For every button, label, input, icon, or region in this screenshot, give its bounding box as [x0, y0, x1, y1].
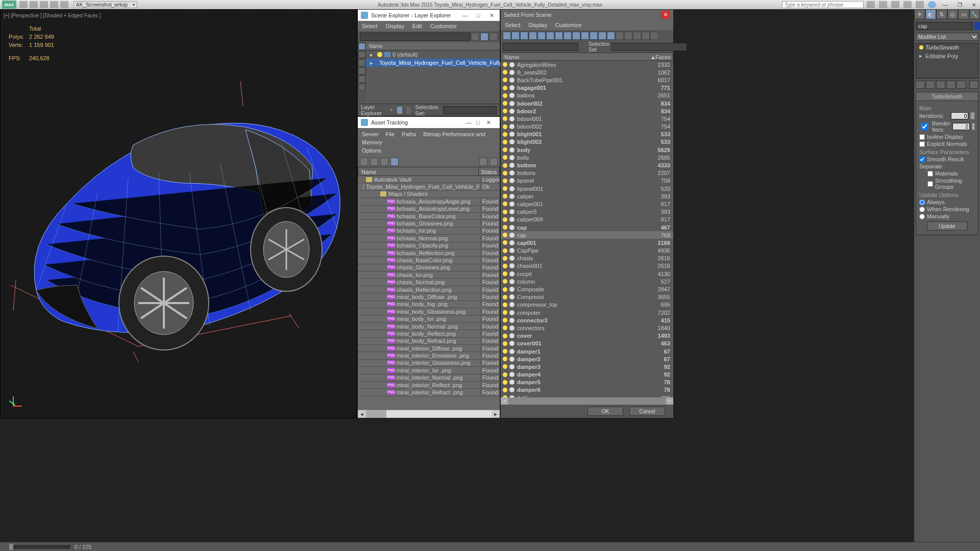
scene-object-row[interactable]: damper392	[501, 363, 673, 370]
create-tab-icon[interactable]: ✢	[914, 9, 925, 19]
bulb-icon[interactable]	[503, 372, 507, 377]
menu-item[interactable]: Select	[362, 23, 378, 29]
asset-row[interactable]: PNGbchasis_AnisotropyAngle.pngFound	[358, 198, 500, 205]
scroll-left-icon[interactable]: ◄	[358, 410, 366, 418]
scene-object-row[interactable]: det1291	[501, 394, 673, 397]
bulb-icon[interactable]	[503, 279, 507, 284]
help-search-input[interactable]	[782, 1, 864, 8]
window-maximize[interactable]: □	[473, 12, 483, 18]
filter-icon[interactable]	[546, 32, 554, 40]
filter-icon[interactable]	[564, 32, 572, 40]
filter-icon[interactable]	[650, 32, 658, 40]
scroll-right-icon[interactable]: ►	[666, 397, 673, 405]
filter-icon[interactable]	[572, 32, 580, 40]
scene-object-row[interactable]: computer7202	[501, 309, 673, 316]
explicit-normals-checkbox[interactable]	[919, 141, 925, 147]
modifier-item[interactable]: TurboSmooth	[925, 44, 959, 51]
smoothing-groups-checkbox[interactable]	[927, 181, 933, 187]
menu-item[interactable]: Display	[529, 22, 547, 28]
bulb-icon[interactable]	[503, 271, 507, 276]
window-minimize[interactable]: —	[466, 119, 476, 126]
bulb-icon[interactable]	[919, 45, 923, 49]
toolbar-icon[interactable]	[891, 1, 899, 8]
filter-icon[interactable]	[633, 32, 641, 40]
ok-button[interactable]: OK	[587, 407, 623, 416]
refresh-icon[interactable]	[360, 158, 368, 166]
window-restore[interactable]: ❐	[953, 1, 966, 8]
bulb-icon[interactable]	[503, 132, 507, 137]
scene-object-row[interactable]: cap467	[501, 223, 673, 231]
menu-item[interactable]: Display	[386, 23, 404, 29]
update-rendering-radio[interactable]	[919, 207, 925, 212]
asset-row[interactable]: PNGmirai_interior_Glossiness.pngFound	[358, 360, 500, 367]
help-icon[interactable]	[928, 1, 936, 8]
display-all-icon[interactable]	[358, 43, 365, 50]
display-geometry-icon[interactable]	[358, 51, 365, 58]
bulb-icon[interactable]	[503, 303, 507, 307]
bulb-icon[interactable]	[503, 93, 507, 98]
filter-icon[interactable]	[598, 32, 606, 40]
file-open-icon[interactable]	[30, 1, 38, 8]
redo-icon[interactable]	[60, 1, 68, 8]
viewport-perspective[interactable]: [+] [Perspective ] [Shaded + Edged Faces…	[0, 9, 357, 418]
bulb-icon[interactable]	[503, 101, 507, 106]
bulb-icon[interactable]	[503, 70, 507, 74]
isoline-checkbox[interactable]	[919, 134, 925, 140]
scroll-left-icon[interactable]: ◄	[501, 397, 508, 405]
remove-mod-icon[interactable]	[946, 81, 955, 89]
bulb-icon[interactable]	[503, 295, 507, 299]
scene-object-row[interactable]: cap0012168	[501, 239, 673, 246]
scene-object-row[interactable]: damper167	[501, 347, 673, 355]
scene-explorer-search[interactable]	[360, 33, 470, 41]
filter-icon[interactable]	[511, 32, 520, 40]
asset-list[interactable]: Autodesk VaultLoggedToyota_Mirai_Hydroge…	[358, 176, 500, 410]
asset-row[interactable]: PNGmirai_body_Reflect.pngFound	[358, 330, 500, 337]
filter-icon[interactable]	[555, 32, 563, 40]
menu-item[interactable]: Options	[362, 147, 381, 154]
menu-item[interactable]: Edit	[412, 23, 422, 29]
bulb-icon[interactable]	[503, 380, 507, 385]
asset-row[interactable]: PNGmirai_interior_Reflect .pngFound	[358, 382, 500, 389]
bulb-icon[interactable]	[503, 116, 507, 121]
update-button[interactable]: Update	[927, 221, 968, 231]
asset-row[interactable]: PNGchasis_Normal.pngFound	[358, 279, 500, 286]
bulb-icon[interactable]	[503, 210, 507, 214]
bulb-icon[interactable]	[503, 248, 507, 253]
asset-row[interactable]: PNGbchasis_Normal.pngFound	[358, 235, 500, 242]
asset-scrollbar[interactable]: ◄ ►	[358, 410, 500, 418]
bulb-icon[interactable]	[503, 186, 507, 191]
bulb-icon[interactable]	[503, 264, 507, 268]
view-mode-icon[interactable]	[480, 33, 488, 41]
sfs-titlebar[interactable]: Select From Scene ✕	[501, 10, 673, 20]
toolbar-icon[interactable]	[397, 107, 402, 114]
bulb-icon[interactable]	[503, 225, 507, 230]
tree-icon[interactable]	[370, 158, 378, 166]
asset-row[interactable]: PNGchasis_Ior.pngFound	[358, 271, 500, 279]
bulb-icon[interactable]	[503, 325, 507, 330]
scene-object-row[interactable]: column527	[501, 278, 673, 285]
make-unique-icon[interactable]	[936, 81, 945, 89]
scene-object-row[interactable]: AgregatorWires2332	[501, 61, 673, 68]
filter-icon[interactable]	[581, 32, 589, 40]
toolbar-icon[interactable]	[879, 1, 887, 8]
asset-row[interactable]: PNGmirai_interior_Emmisive .pngFound	[358, 352, 500, 359]
asset-row[interactable]: Toyota_Mirai_Hydrogen_Fuel_Cell_Vehicle_…	[358, 183, 500, 190]
menu-item[interactable]: Select	[505, 22, 521, 28]
column-header-name[interactable]: Name	[501, 53, 652, 60]
scene-object-row[interactable]: bdoorl002754	[501, 123, 673, 131]
asset-row[interactable]: PNGchasis_Glossnes.pngFound	[358, 264, 500, 271]
scene-object-row[interactable]: bdoor2834	[501, 107, 673, 115]
asset-row[interactable]: PNGmirai_body_Diffuse .pngFound	[358, 293, 500, 300]
scene-object-row[interactable]: bdoorl001754	[501, 115, 673, 122]
sfs-search-input[interactable]	[503, 43, 578, 51]
asset-row[interactable]: PNGbchasis_Opacity.pngFound	[358, 242, 500, 249]
render-iters-input[interactable]	[952, 123, 970, 130]
scene-object-row[interactable]: compressor_top695	[501, 301, 673, 309]
filter-icon[interactable]	[607, 32, 615, 40]
file-new-icon[interactable]	[19, 1, 28, 8]
display-tab-icon[interactable]: ▭	[958, 9, 969, 19]
bulb-icon[interactable]	[503, 364, 507, 369]
update-always-radio[interactable]	[919, 199, 925, 205]
asset-row[interactable]: PNGmirai_body_Normal .pngFound	[358, 323, 500, 330]
scene-object-row[interactable]: CapPipe4936	[501, 247, 673, 255]
